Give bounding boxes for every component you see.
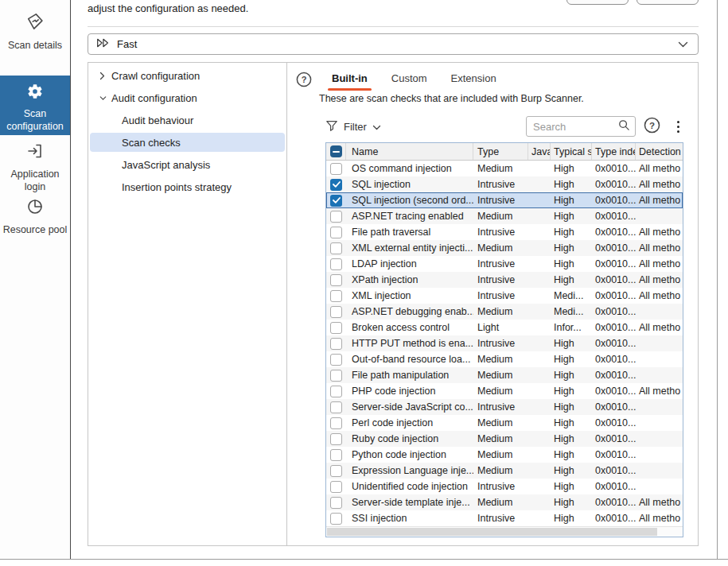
table-row[interactable]: SQL injection Intrusive High 0x0010... A…	[326, 176, 683, 192]
row-checkbox[interactable]	[330, 497, 342, 509]
table-row[interactable]: HTTP PUT method is ena... Intrusive High…	[326, 335, 683, 351]
cell-java	[528, 494, 551, 510]
help-icon[interactable]: ?	[644, 117, 660, 137]
header-cell-typical-severity[interactable]: Typical s	[551, 143, 592, 160]
row-checkbox[interactable]	[330, 322, 342, 334]
tab-extension[interactable]: Extension	[450, 71, 498, 89]
row-checkbox[interactable]	[330, 179, 342, 191]
cell-type: Intrusive	[473, 335, 528, 351]
row-checkbox[interactable]	[330, 433, 342, 445]
table-row[interactable]: XML injection Intrusive Medi... 0x0010..…	[326, 288, 683, 304]
header-cell-name[interactable]: Name	[346, 143, 473, 160]
cell-typical-severity: Infor...	[551, 320, 592, 335]
table-row[interactable]: Out-of-band resource loa... Medium High …	[326, 351, 683, 367]
cell-java	[528, 304, 551, 320]
filter-button[interactable]: Filter	[325, 119, 381, 134]
resource-pool-icon	[25, 197, 45, 223]
cell-typical-severity: High	[551, 494, 592, 510]
table-row[interactable]: SSI injection Intrusive High 0x0010... A…	[326, 510, 683, 526]
table-row[interactable]: LDAP injection Intrusive High 0x0010... …	[326, 256, 683, 272]
table-row[interactable]: Unidentified code injection Intrusive Hi…	[326, 479, 683, 494]
row-checkbox[interactable]	[330, 401, 342, 413]
sidebar-item-scan-details[interactable]: Scan details	[0, 11, 70, 52]
tree-item-crawl-configuration[interactable]: Crawl configuration	[88, 64, 286, 87]
table-row[interactable]: Server-side JavaScript co... Intrusive H…	[326, 399, 683, 415]
cell-type-index: 0x0010...	[592, 240, 636, 256]
table-row[interactable]: Python code injection Medium High 0x0010…	[326, 447, 683, 463]
row-checkbox[interactable]	[330, 211, 342, 223]
row-checkbox[interactable]	[330, 513, 342, 525]
chevron-down-icon	[372, 121, 381, 133]
table-row[interactable]: ASP.NET tracing enabled Medium High 0x00…	[326, 208, 683, 224]
header-cell-detection[interactable]: Detection	[636, 143, 683, 160]
table-row[interactable]: XML external entity injecti... Medium Hi…	[326, 240, 683, 256]
table-row[interactable]: SQL injection (second ord... Intrusive H…	[326, 192, 683, 208]
sidebar-item-resource-pool[interactable]: Resource pool	[0, 197, 70, 236]
table-row[interactable]: XPath injection Intrusive High 0x0010...…	[326, 272, 683, 288]
tree-item-insertion-points-strategy[interactable]: Insertion points strategy	[88, 176, 286, 198]
scan-profile-select[interactable]: Fast	[88, 33, 699, 55]
cell-typical-severity: High	[551, 447, 592, 463]
table-row[interactable]: Perl code injection Medium High 0x0010..…	[326, 415, 683, 431]
row-checkbox[interactable]	[330, 386, 342, 397]
row-checkbox[interactable]	[330, 242, 342, 254]
table-row[interactable]: Ruby code injection Medium High 0x0010..…	[326, 431, 683, 447]
cell-java	[528, 224, 551, 240]
cell-name: Perl code injection	[346, 415, 473, 431]
select-all-checkbox[interactable]	[330, 145, 342, 157]
cell-typical-severity: High	[551, 176, 592, 192]
row-checkbox[interactable]	[330, 227, 342, 238]
row-checkbox[interactable]	[330, 274, 342, 286]
table-row[interactable]: PHP code injection Medium High 0x0010...…	[326, 383, 683, 399]
top-action-button-1[interactable]	[566, 0, 629, 5]
tree-item-scan-checks[interactable]: Scan checks	[90, 133, 285, 152]
table-body: OS command injection Medium High 0x0010.…	[326, 161, 683, 526]
row-checkbox[interactable]	[330, 290, 342, 302]
tree-item-audit-configuration[interactable]: Audit configuration	[88, 87, 286, 109]
tree-item-label: JavaScript analysis	[122, 159, 210, 171]
search-input[interactable]	[533, 121, 618, 133]
cell-type: Intrusive	[473, 176, 528, 192]
cell-type: Intrusive	[473, 256, 528, 272]
tree-item-audit-behaviour[interactable]: Audit behaviour	[88, 109, 286, 131]
row-checkbox[interactable]	[330, 417, 342, 429]
row-checkbox[interactable]	[330, 449, 342, 461]
help-icon[interactable]: ?	[296, 72, 312, 91]
tree-item-javascript-analysis[interactable]: JavaScript analysis	[88, 153, 286, 176]
row-checkbox[interactable]	[330, 481, 342, 493]
row-checkbox[interactable]	[330, 195, 342, 207]
row-checkbox[interactable]	[330, 258, 342, 270]
chevron-right-icon	[99, 72, 107, 80]
scan-checks-table: Name Type Java Typical s Type inde Detec…	[325, 142, 683, 537]
filter-label: Filter	[344, 121, 367, 133]
table-row[interactable]: Broken access control Light Infor... 0x0…	[326, 320, 683, 335]
horizontal-scrollbar[interactable]	[326, 526, 683, 537]
row-checkbox[interactable]	[330, 306, 342, 318]
header-cell-type-index[interactable]: Type inde	[592, 143, 636, 160]
table-row[interactable]: File path traversal Intrusive High 0x001…	[326, 224, 683, 240]
top-action-button-2[interactable]	[637, 0, 699, 5]
table-row[interactable]: Expression Language inje... Medium High …	[326, 463, 683, 479]
table-row[interactable]: Server-side template inje... Medium High…	[326, 494, 683, 510]
tab-built-in[interactable]: Built-in	[330, 71, 369, 89]
row-checkbox[interactable]	[330, 370, 342, 382]
header-cell-checkbox[interactable]	[326, 143, 346, 160]
table-row[interactable]: File path manipulation Medium High 0x001…	[326, 367, 683, 383]
sidebar-item-application-login[interactable]: Application login	[0, 142, 70, 193]
header-cell-java[interactable]: Java	[528, 143, 551, 160]
header-cell-type[interactable]: Type	[473, 143, 528, 160]
sidebar-item-scan-configuration[interactable]: Scan configuration	[0, 76, 70, 135]
scrollbar-thumb[interactable]	[327, 528, 657, 536]
row-checkbox[interactable]	[330, 465, 342, 477]
cell-name: Ruby code injection	[346, 431, 473, 447]
row-checkbox[interactable]	[330, 163, 342, 175]
cell-type: Medium	[473, 494, 528, 510]
row-checkbox[interactable]	[330, 338, 342, 350]
cell-type: Light	[473, 320, 528, 335]
tab-custom[interactable]: Custom	[390, 71, 429, 89]
cell-detection: All metho	[636, 256, 683, 272]
kebab-menu-icon[interactable]	[672, 119, 683, 134]
table-row[interactable]: OS command injection Medium High 0x0010.…	[326, 161, 683, 176]
table-row[interactable]: ASP.NET debugging enab... Medium Medi...…	[326, 304, 683, 320]
row-checkbox[interactable]	[330, 354, 342, 366]
